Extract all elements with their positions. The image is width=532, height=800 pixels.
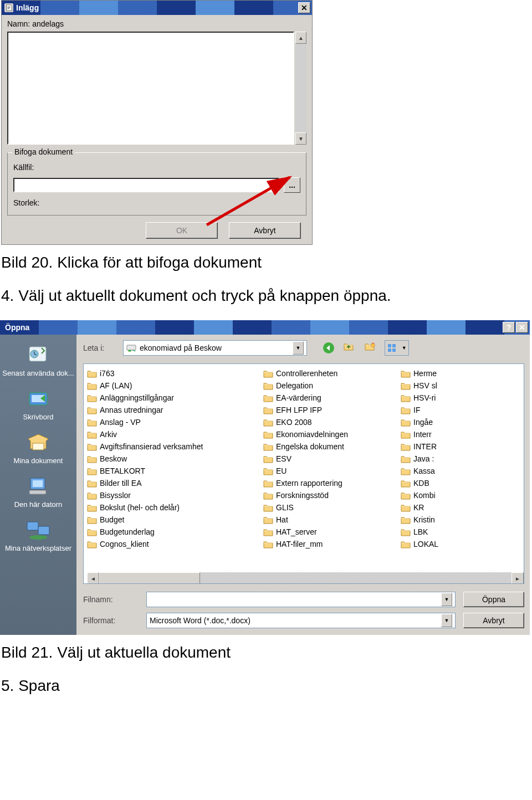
description-textarea[interactable]	[7, 32, 294, 145]
scroll-up-button[interactable]: ▲	[295, 32, 306, 44]
folder-item[interactable]: Annas utredningar	[87, 404, 253, 416]
location-combo[interactable]: ekonomiavd på Beskow ▼	[123, 340, 307, 356]
folder-item[interactable]: HAT_server	[263, 526, 391, 538]
folder-label: Delegation	[276, 381, 313, 390]
back-icon[interactable]	[321, 341, 336, 355]
up-folder-icon[interactable]	[342, 341, 357, 355]
new-folder-icon[interactable]	[364, 341, 378, 355]
help-button[interactable]: ?	[503, 322, 515, 333]
folder-item[interactable]: Bokslut (hel- och delår)	[87, 501, 253, 514]
folder-item[interactable]: INTER	[401, 440, 451, 453]
folder-item[interactable]: Ekonomiavdelningen	[263, 428, 391, 440]
folder-item[interactable]: Avgiftsfinansierad verksamhet	[87, 440, 253, 453]
folder-item[interactable]: Engelska dokument	[263, 440, 391, 453]
folder-item[interactable]: Kassa	[401, 465, 451, 477]
folder-item[interactable]: Budgetunderlag	[87, 526, 253, 538]
close-button[interactable]: ✕	[298, 2, 310, 13]
folder-label: i763	[100, 369, 114, 378]
folder-label: Hat	[276, 515, 288, 524]
folder-label: Bisysslor	[100, 491, 131, 500]
folder-icon	[263, 394, 273, 402]
folder-item[interactable]: HSV-ri	[401, 392, 451, 404]
cancel-button-oppna[interactable]: Avbryt	[463, 613, 524, 628]
chevron-down-icon[interactable]: ▼	[293, 341, 304, 355]
folder-item[interactable]: Herme	[401, 367, 451, 380]
folder-item[interactable]: ESV	[263, 453, 391, 465]
folder-item[interactable]: Forskningsstöd	[263, 489, 391, 501]
caption-bild-20: Bild 20. Klicka för att bifoga dokument	[1, 254, 531, 271]
horizontal-scrollbar[interactable]: ◄ ►	[87, 572, 524, 583]
folder-item[interactable]: LBK	[401, 526, 451, 538]
folder-item[interactable]: EA-värdering	[263, 392, 391, 404]
folder-icon	[87, 504, 97, 512]
folder-item[interactable]: Budget	[87, 514, 253, 526]
folder-item[interactable]: AF (LAN)	[87, 380, 253, 392]
storlek-label: Storlek:	[13, 198, 300, 207]
folder-item[interactable]: Interr	[401, 428, 451, 440]
file-list[interactable]: i763AF (LAN)AnläggningstillgångarAnnas u…	[83, 363, 524, 584]
folder-item[interactable]: i763	[87, 367, 253, 380]
caption-bild-21: Bild 21. Välj ut aktuella dokument	[1, 644, 531, 661]
places-bar: Senast använda dok...SkrivbordMina dokum…	[0, 335, 76, 635]
oppna-dialog: Öppna ? ✕ Senast använda dok...Skrivbord…	[0, 320, 530, 635]
step-5-text: 5. Spara	[1, 677, 531, 695]
filformat-combo[interactable]: Microsoft Word (*.doc,*.docx) ▼	[146, 613, 456, 628]
folder-item[interactable]: LOKAL	[401, 538, 451, 550]
folder-item[interactable]: Hat	[263, 514, 391, 526]
folder-item[interactable]: Beskow	[87, 453, 253, 465]
folder-item[interactable]: BETALKORT	[87, 465, 253, 477]
views-button[interactable]: ▼	[385, 340, 409, 356]
folder-item[interactable]: EU	[263, 465, 391, 477]
svg-rect-10	[29, 490, 46, 494]
close-button-oppna[interactable]: ✕	[516, 322, 528, 333]
folder-item[interactable]: Controllerenheten	[263, 367, 391, 380]
folder-item[interactable]: Bilder till EA	[87, 477, 253, 489]
kallfil-input[interactable]	[13, 178, 279, 192]
folder-item[interactable]: Arkiv	[87, 428, 253, 440]
folder-label: Avgiftsfinansierad verksamhet	[100, 442, 203, 451]
folder-item[interactable]: Bisysslor	[87, 489, 253, 501]
folder-item[interactable]: Ingåe	[401, 416, 451, 428]
textarea-scrollbar[interactable]: ▲ ▼	[295, 32, 306, 145]
scroll-right-button[interactable]: ►	[511, 572, 524, 584]
place-item[interactable]: Skrivbord	[1, 384, 75, 427]
ok-button[interactable]: OK	[146, 222, 218, 239]
folder-item[interactable]: EKO 2008	[263, 416, 391, 428]
folder-item[interactable]: Delegation	[263, 380, 391, 392]
filnamn-combo[interactable]: ▼	[146, 592, 456, 607]
open-button[interactable]: Öppna	[463, 592, 524, 607]
folder-item[interactable]: Java :	[401, 453, 451, 465]
place-label: Mina dokument	[2, 457, 74, 465]
folder-label: Arkiv	[100, 430, 117, 439]
place-item[interactable]: Mina dokument	[1, 428, 75, 470]
scrollbar-thumb[interactable]	[99, 572, 200, 584]
folder-item[interactable]: GLIS	[263, 501, 391, 514]
avbryt-button[interactable]: Avbryt	[229, 222, 301, 239]
kallfil-label: Källfil:	[13, 163, 38, 172]
folder-item[interactable]: Cognos_klient	[87, 538, 253, 550]
folder-item[interactable]: EFH LFP IFP	[263, 404, 391, 416]
folder-item[interactable]: Kombi	[401, 489, 451, 501]
folder-item[interactable]: HAT-filer_mm	[263, 538, 391, 550]
browse-button[interactable]: ...	[284, 177, 300, 193]
folder-item[interactable]: Anläggningstillgångar	[87, 392, 253, 404]
place-item[interactable]: Mina nätverksplatser	[1, 515, 75, 558]
folder-icon	[87, 540, 97, 548]
folder-item[interactable]: Anslag - VP	[87, 416, 253, 428]
place-item[interactable]: Senast använda dok...	[1, 340, 75, 383]
place-item[interactable]: Den här datorn	[1, 471, 75, 514]
chevron-down-icon[interactable]: ▼	[441, 614, 452, 627]
svg-point-13	[29, 535, 47, 540]
chevron-down-icon[interactable]: ▼	[441, 593, 452, 606]
folder-label: Engelska dokument	[276, 442, 344, 451]
folder-item[interactable]: IF	[401, 404, 451, 416]
scroll-down-button[interactable]: ▼	[295, 132, 306, 145]
folder-item[interactable]: HSV sl	[401, 380, 451, 392]
scroll-left-button[interactable]: ◄	[87, 572, 99, 584]
folder-item[interactable]: Kristin	[401, 514, 451, 526]
svg-rect-7	[33, 443, 44, 450]
folder-label: HSV sl	[413, 381, 437, 390]
folder-item[interactable]: Extern rapportering	[263, 477, 391, 489]
folder-item[interactable]: KDB	[401, 477, 451, 489]
folder-item[interactable]: KR	[401, 501, 451, 514]
